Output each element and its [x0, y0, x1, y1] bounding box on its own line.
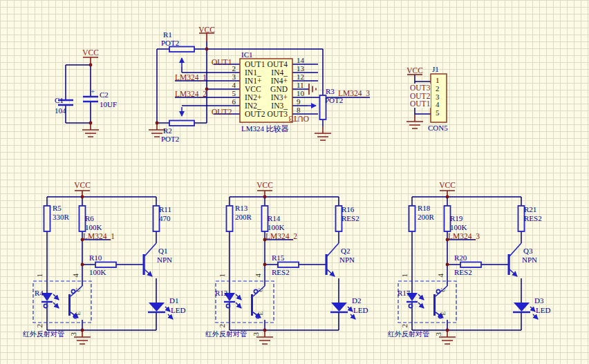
- r21-designator: R21: [524, 206, 536, 214]
- j1-designator: J1: [432, 66, 439, 74]
- r20-designator: R20: [454, 254, 467, 262]
- vcc-net-label: VCC: [406, 66, 423, 75]
- r16-value: RES2: [342, 215, 359, 223]
- vcc-net-label: VCC: [438, 181, 456, 189]
- r11-value: 470: [159, 215, 171, 223]
- r19-designator: R19: [450, 215, 462, 223]
- ic-pin-name: IN1_: [245, 68, 261, 77]
- sensor-pin-1: 1: [218, 274, 227, 278]
- ic-pin-number: 12: [297, 73, 304, 82]
- d1-designator: D1: [169, 297, 178, 305]
- sensor-emitter-label: E: [440, 312, 447, 316]
- sensor-pin-4: 4: [72, 274, 80, 278]
- c1-value: 104: [55, 107, 66, 115]
- d1-type: LED: [171, 307, 185, 315]
- r14-value: 100K: [268, 224, 284, 232]
- ic-pin-number: 2: [227, 65, 236, 73]
- net-label-out3-rotated: OUT3: [279, 115, 309, 123]
- j1-pin-number: 1: [436, 77, 440, 85]
- net-label-lm324-2: LM324_2: [265, 232, 297, 240]
- q3-designator: Q3: [523, 247, 532, 256]
- capacitor-c1-c2[interactable]: [58, 57, 99, 137]
- r11-designator: R11: [159, 206, 171, 214]
- sensor-caption: 红外反射对管: [388, 331, 429, 338]
- net-label-lm324-1: LM324_1: [83, 232, 115, 240]
- r1-value: POT2: [161, 39, 179, 48]
- ic-pin-name: IN2_: [245, 102, 261, 110]
- ic-pin-number: 3: [227, 73, 236, 82]
- vcc-net-label: VCC: [256, 181, 274, 189]
- vcc-net-label: VCC: [81, 48, 100, 57]
- r1-designator: R1: [163, 31, 172, 39]
- sensor-pin-3: 3: [70, 332, 78, 336]
- r3-value: POT2: [325, 97, 343, 105]
- ic-pin-number: 11: [297, 82, 304, 90]
- d2-designator: D2: [352, 297, 361, 305]
- sensor-pin-2: 2: [218, 324, 227, 328]
- d2-type: LED: [353, 307, 368, 315]
- net-label-lm324-3: LM324_3: [448, 232, 480, 240]
- j1-pin-number: 4: [436, 101, 440, 109]
- ic-pin-name: OUT1: [245, 60, 265, 68]
- q2-designator: Q2: [341, 247, 350, 256]
- r5-value: 330R: [53, 213, 69, 222]
- net-label-out1: OUT1: [409, 99, 431, 108]
- q2-type: NPN: [339, 256, 355, 265]
- j1-type: CON5: [428, 124, 448, 133]
- sensor-collector-label: C: [258, 288, 264, 292]
- ic-pin-name: OUT4: [264, 60, 288, 68]
- net-label-out2: OUT2: [212, 108, 232, 116]
- j1-pin-number: 5: [436, 109, 440, 117]
- ic-pin-name: IN2+: [245, 93, 261, 102]
- ic-pin-name: GND: [264, 85, 288, 93]
- c2-designator: C2: [100, 91, 109, 99]
- r6-designator: R6: [85, 215, 94, 223]
- c2-value: 10UF: [100, 101, 117, 109]
- ic-pin-name: IN4+: [264, 77, 288, 85]
- r2-designator: R2: [163, 127, 172, 135]
- d3-type: LED: [536, 307, 550, 315]
- ic-pin-number: 9: [297, 98, 301, 106]
- r2-value: POT2: [161, 135, 179, 144]
- sensor-pin-2: 2: [401, 324, 409, 328]
- net-label-lm324-1: LM324_1: [175, 73, 207, 82]
- sensor-pin-3: 3: [252, 332, 261, 336]
- ic-pin-number: 8: [297, 106, 301, 115]
- c1-designator: C1: [55, 97, 64, 105]
- r3-designator: R3: [326, 88, 335, 96]
- sensor-designator: R4: [35, 289, 44, 298]
- ic-pin-name: IN3_: [264, 102, 288, 110]
- ic-pin-number: 4: [227, 82, 236, 90]
- net-label-lm324-3: LM324_3: [338, 89, 370, 97]
- q1-type: NPN: [157, 256, 172, 265]
- sensor-caption: 红外反射对管: [23, 331, 64, 338]
- r15-designator: R15: [272, 254, 284, 262]
- sensor-pin-4: 4: [437, 274, 445, 278]
- sensor-caption: 红外反射对管: [205, 331, 247, 338]
- sensor-designator: R12: [215, 289, 227, 298]
- j1-pin-number: 2: [436, 85, 440, 93]
- ic-pin-number: 13: [297, 65, 304, 73]
- q3-type: NPN: [522, 256, 537, 265]
- r18-designator: R18: [418, 204, 430, 213]
- q1-designator: Q1: [158, 247, 167, 256]
- r16-designator: R16: [342, 206, 354, 214]
- r10-value: 100K: [89, 269, 106, 277]
- ic-pin-name: IN1+: [245, 77, 261, 85]
- ic1-caption: LM324 比较器: [241, 125, 289, 133]
- vcc-net-label: VCC: [198, 26, 215, 34]
- sensor-pin-2: 2: [36, 324, 44, 328]
- r5-designator: R5: [53, 204, 62, 213]
- ic-pin-name: IN4_: [264, 68, 288, 77]
- ic-pin-name: VCC: [245, 85, 261, 93]
- sensor-collector-label: C: [440, 288, 447, 292]
- ic-pin-number: 14: [297, 57, 304, 65]
- r21-value: RES2: [524, 215, 542, 223]
- net-label-out3: OUT3: [409, 84, 431, 92]
- r15-value: RES2: [272, 269, 290, 277]
- sensor-pin-1: 1: [401, 274, 409, 278]
- r10-designator: R10: [89, 254, 102, 262]
- ic-pin-name: OUT2: [245, 110, 265, 118]
- r6-value: 100K: [85, 224, 102, 232]
- r14-designator: R14: [268, 215, 280, 223]
